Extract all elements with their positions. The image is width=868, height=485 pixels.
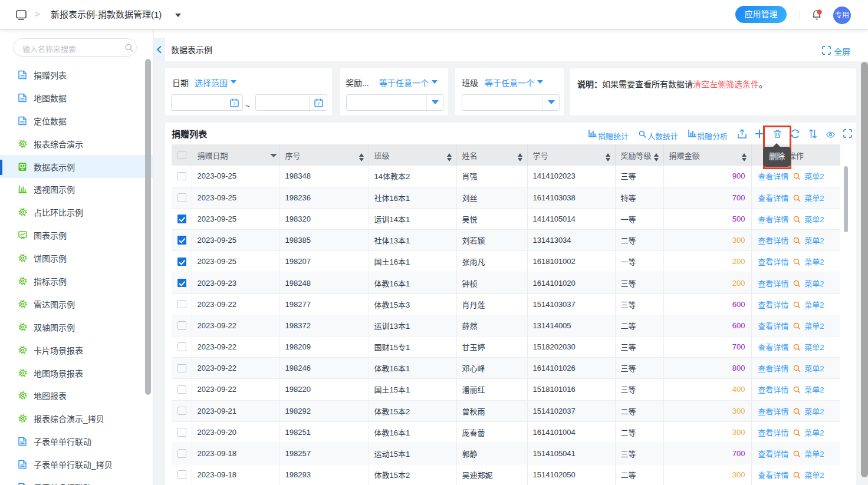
svg-text:7: 7	[233, 101, 236, 107]
svg-text:7: 7	[317, 101, 320, 107]
